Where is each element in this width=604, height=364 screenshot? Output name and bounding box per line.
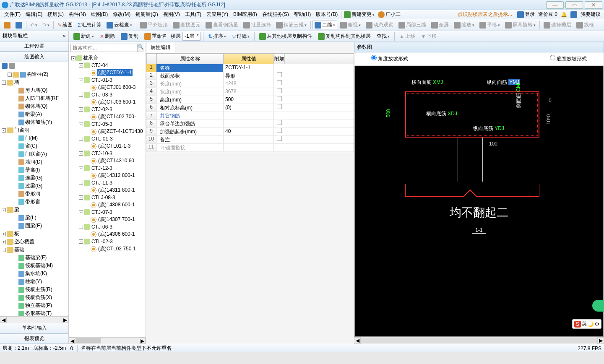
nav-tree-item[interactable]: 带形窗: [0, 198, 68, 206]
find-button[interactable]: 查找▾: [375, 31, 392, 41]
findelem-button[interactable]: 查找图元: [171, 20, 203, 30]
maximize-button[interactable]: ▭: [565, 1, 583, 9]
menu-rebar[interactable]: 钢筋量(Q): [133, 11, 160, 18]
ct-item[interactable]: (底)CTJ03 800-1: [69, 98, 146, 106]
menu-cloud[interactable]: 云应用(Y): [204, 11, 231, 18]
ct-item[interactable]: (底)CTJ01 600-3: [69, 83, 146, 91]
nav-tree-item[interactable]: 墙洞(D): [0, 158, 68, 166]
ct-item[interactable]: -CTL-02-3: [69, 238, 146, 245]
prop-row[interactable]: 9加强筋起步(mm)40: [146, 128, 354, 136]
prop-row[interactable]: 1名称ZCTDY-1-1: [146, 64, 354, 72]
pan-button[interactable]: 平移▾: [477, 20, 502, 30]
nav-tree-item[interactable]: -梁: [0, 206, 68, 214]
close-button[interactable]: ✕: [585, 1, 602, 9]
menu-component[interactable]: 构件(N): [66, 11, 89, 18]
ct-item[interactable]: -CTJ-01-3: [69, 77, 146, 83]
ct-item[interactable]: (底)ZCT-4-1CT1430: [69, 127, 146, 135]
menu-file[interactable]: 文件(F): [2, 11, 23, 18]
nav-tree-item[interactable]: 带形洞: [0, 190, 68, 198]
nav-tree-item[interactable]: 连梁(G): [0, 174, 68, 182]
menu-floor[interactable]: 楼层(L): [45, 11, 66, 18]
module-nav-close[interactable]: ×: [63, 33, 66, 39]
menu-draw[interactable]: 绘图(D): [89, 11, 111, 18]
nav-tree-item[interactable]: -构造柱(Z): [0, 70, 68, 78]
copy-button[interactable]: 复制: [119, 31, 141, 41]
zoom-button[interactable]: 缩放▾: [452, 20, 476, 30]
ime-indicator[interactable]: S英🌙⚙: [572, 319, 601, 329]
scroll-left[interactable]: ◀: [0, 317, 7, 323]
nav-tree-item[interactable]: 壁龛(I): [0, 166, 68, 174]
nav-tree-item[interactable]: +空心楼盖: [0, 238, 68, 246]
suggest-button[interactable]: 我要建议: [579, 11, 602, 18]
ct-item[interactable]: -CTJ-05-3: [69, 121, 146, 127]
open-icon[interactable]: [2, 21, 13, 30]
ct-item[interactable]: (底)ZCTDY-1-1: [69, 69, 146, 77]
bird-button[interactable]: 俯视▾: [338, 20, 363, 30]
ct-scroll-thumb[interactable]: [76, 338, 101, 343]
tab-property-edit[interactable]: 属性编辑: [146, 42, 175, 53]
mini-icon-2[interactable]: [9, 63, 15, 69]
sec-report[interactable]: 报表预览: [0, 333, 68, 344]
search-button[interactable]: 🔍: [138, 44, 144, 52]
chat-bubble-icon[interactable]: [592, 300, 604, 312]
nav-tree-item[interactable]: 集水坑(K): [0, 270, 68, 278]
nav-tree-item[interactable]: 人防门框墙(RF: [0, 94, 68, 102]
ct-scroll-left[interactable]: ◀: [69, 338, 76, 344]
menu-tools[interactable]: 工具(T): [182, 11, 204, 18]
floor-combo[interactable]: -1层: [182, 32, 200, 41]
sec-draw-input[interactable]: 绘图输入: [0, 52, 68, 62]
copyfrom-button[interactable]: 从其他楼层复制构件: [257, 31, 314, 41]
dynview-button[interactable]: 动态观察: [364, 20, 396, 30]
prop-row[interactable]: 7其它钢筋: [146, 112, 354, 120]
draw-button[interactable]: ✎绘图: [55, 20, 75, 30]
prop-row[interactable]: 8承台单边加强筋: [146, 120, 354, 128]
local3d-button[interactable]: 局部三维: [396, 20, 428, 30]
nav-tree-item[interactable]: 梁(L): [0, 214, 68, 222]
ct-item[interactable]: (底)CT14310 60: [69, 157, 146, 165]
nav-tree-item[interactable]: 圈梁(E): [0, 222, 68, 230]
diag-scroll-thumb[interactable]: [361, 338, 597, 343]
nav-tree-item[interactable]: 柱墩(Y): [0, 278, 68, 286]
copyto-button[interactable]: 复制构件到其他楼层: [316, 31, 373, 41]
moveup-button[interactable]: ▲上移: [397, 31, 417, 41]
mini-icon-1[interactable]: [2, 63, 8, 69]
ct-scroll-right[interactable]: ▶: [139, 338, 146, 344]
selfloor-button[interactable]: 选择楼层: [542, 20, 573, 30]
ct-item[interactable]: (底)14307 700-1: [69, 216, 146, 224]
nav-tree-item[interactable]: +板: [0, 230, 68, 238]
save-icon[interactable]: [13, 21, 24, 30]
nav-tree-item[interactable]: 筏板基础(M): [0, 262, 68, 270]
nav-tree-item[interactable]: 筏板负筋(X): [0, 294, 68, 302]
nav-tree-item[interactable]: 窗(C): [0, 142, 68, 150]
prop-row[interactable]: 2截面形状异形: [146, 72, 354, 80]
new-button[interactable]: 新建▾: [71, 31, 96, 41]
new-change-button[interactable]: 新建变更▾: [342, 11, 376, 18]
ct-item[interactable]: -CTLJ-08-3: [69, 194, 146, 201]
diag-scroll-left[interactable]: ◀: [354, 337, 361, 344]
ct-item[interactable]: (底)14311 800-1: [69, 186, 146, 194]
nav-tree-item[interactable]: 砌体墙(Q): [0, 102, 68, 110]
search-input[interactable]: [70, 44, 138, 52]
menu-modify[interactable]: 修改(M): [110, 11, 133, 18]
scroll-right[interactable]: ▶: [62, 317, 68, 323]
nav-tree-item[interactable]: 门(M): [0, 134, 68, 142]
batchsel-button[interactable]: 批量选择: [241, 20, 273, 30]
rebar3d-button[interactable]: 钢筋三维▾: [274, 20, 309, 30]
fullscr-button[interactable]: 全屏: [429, 20, 451, 30]
prop-row[interactable]: 6相对底标高(m)(0): [146, 104, 354, 112]
cloudcheck-button[interactable]: 云检查▾: [104, 20, 134, 30]
ct-item[interactable]: -CTJ-02-3: [69, 106, 146, 113]
ct-item[interactable]: (底)CT1402 700-: [69, 113, 146, 121]
nav-tree-item[interactable]: 基础梁(F): [0, 254, 68, 262]
sec-project-settings[interactable]: 工程设置: [0, 41, 68, 52]
ct-item[interactable]: -CTJ-06-3: [69, 224, 146, 230]
sumcalc-button[interactable]: Σ汇总计算: [76, 20, 104, 30]
nav-tree-item[interactable]: 剪力墙(Q): [0, 86, 68, 94]
undo-icon[interactable]: ↶▾: [28, 21, 39, 29]
ct-item[interactable]: (底)14312 800-1: [69, 172, 146, 179]
nav-tree-item[interactable]: 暗梁(A): [0, 110, 68, 118]
flattop-button[interactable]: 平齐板顶: [138, 20, 170, 30]
menu-bim[interactable]: BIM应用(I): [231, 11, 260, 18]
prop-row[interactable]: 4宽度(mm)3678: [146, 88, 354, 96]
opt-angle[interactable]: 角度放坡形式: [371, 55, 408, 62]
